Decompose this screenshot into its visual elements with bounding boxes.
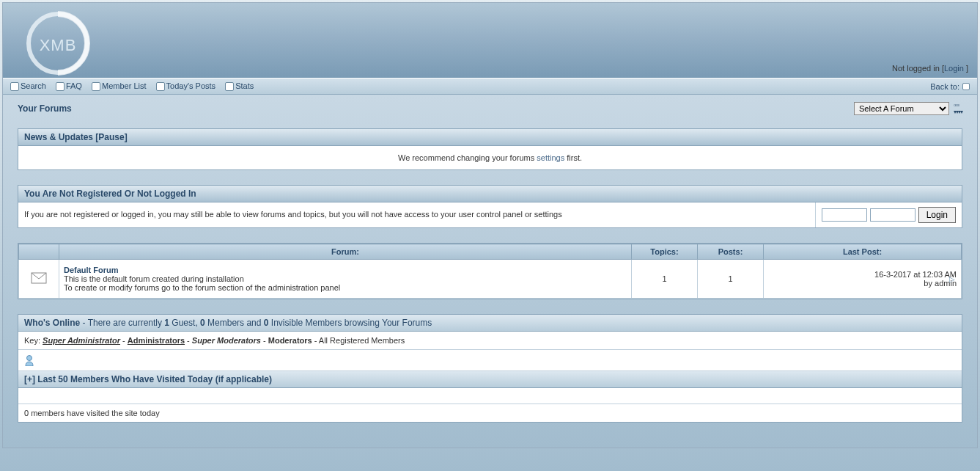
svg-text:XMB: XMB xyxy=(40,36,77,54)
person-icon xyxy=(24,355,34,364)
nav-todays-posts[interactable]: Today's Posts xyxy=(156,81,216,90)
forum-select[interactable]: Select A Forum xyxy=(854,102,949,115)
col-icon xyxy=(19,244,59,260)
not-registered-header: You Are Not Registered Or Not Logged In xyxy=(18,186,962,202)
goto-last-icon[interactable]: ▷ xyxy=(949,275,955,283)
col-lastpost: Last Post: xyxy=(764,244,962,260)
last50-msg: 0 members have visited the site today xyxy=(18,404,962,422)
news-body: We recommend changing your forums settin… xyxy=(18,146,962,169)
last50-header[interactable]: [+] Last 50 Members Who Have Visited Tod… xyxy=(18,371,962,388)
pause-link[interactable]: Pause xyxy=(98,132,124,142)
key-row: Key: Super Administrator - Administrator… xyxy=(18,332,962,350)
posts-count: 1 xyxy=(698,260,764,299)
down-icon[interactable]: ▫▫▫▫▾▾▾▾ xyxy=(954,102,962,115)
topics-count: 1 xyxy=(632,260,698,299)
login-status: Not logged in [Login ] xyxy=(892,64,968,73)
envelope-icon xyxy=(19,260,59,299)
nav-member-list[interactable]: Member List xyxy=(92,81,147,90)
login-button[interactable]: Login xyxy=(918,207,956,223)
settings-link[interactable]: settings xyxy=(537,153,564,162)
forum-link[interactable]: Default Forum xyxy=(64,266,119,274)
forum-list-panel: Forum: Topics: Posts: Last Post: Default… xyxy=(18,243,962,299)
nav-faq[interactable]: FAQ xyxy=(56,81,82,90)
key-super-mod: Super Moderators xyxy=(192,336,261,345)
login-link[interactable]: Login xyxy=(944,64,964,73)
whos-online-panel: Who's Online - There are currently 1 Gue… xyxy=(18,314,962,423)
col-posts: Posts: xyxy=(698,244,764,260)
news-panel: News & Updates [Pause] We recommend chan… xyxy=(18,128,962,170)
col-topics: Topics: xyxy=(632,244,698,260)
key-mod: Moderators xyxy=(268,336,312,345)
navbar: Search FAQ Member List Today's Posts Sta… xyxy=(3,78,977,95)
nav-stats[interactable]: Stats xyxy=(225,81,254,90)
key-super-admin: Super Administrator xyxy=(43,336,120,345)
lastpost-date: 16-3-2017 at 12:03 AM xyxy=(768,270,957,279)
col-forum: Forum: xyxy=(59,244,632,260)
username-input[interactable] xyxy=(822,208,867,222)
last50-empty xyxy=(18,388,962,404)
not-registered-panel: You Are Not Registered Or Not Logged In … xyxy=(18,185,962,228)
back-to-label: Back to: xyxy=(930,82,959,91)
back-to-checkbox[interactable] xyxy=(962,83,970,90)
news-header: News & Updates [Pause] xyxy=(18,129,962,146)
page-title: Your Forums xyxy=(18,103,72,114)
not-registered-msg: If you are not registered or logged in, … xyxy=(18,202,816,227)
password-input[interactable] xyxy=(870,208,915,222)
header-banner: XMB Not logged in [Login ] xyxy=(3,3,977,78)
forum-desc2: To create or modify forums go to the for… xyxy=(64,283,627,292)
nav-search[interactable]: Search xyxy=(10,81,46,90)
online-icons-row xyxy=(18,350,962,371)
whos-online-header: Who's Online - There are currently 1 Gue… xyxy=(18,315,962,332)
forum-desc1: This is the default forum created during… xyxy=(64,274,627,283)
lastpost-by: by admin xyxy=(768,279,957,288)
key-admin: Administrators xyxy=(128,336,185,345)
forum-row: Default Forum This is the default forum … xyxy=(19,260,962,299)
svg-point-3 xyxy=(27,356,32,361)
xmb-logo: XMB xyxy=(18,10,98,78)
